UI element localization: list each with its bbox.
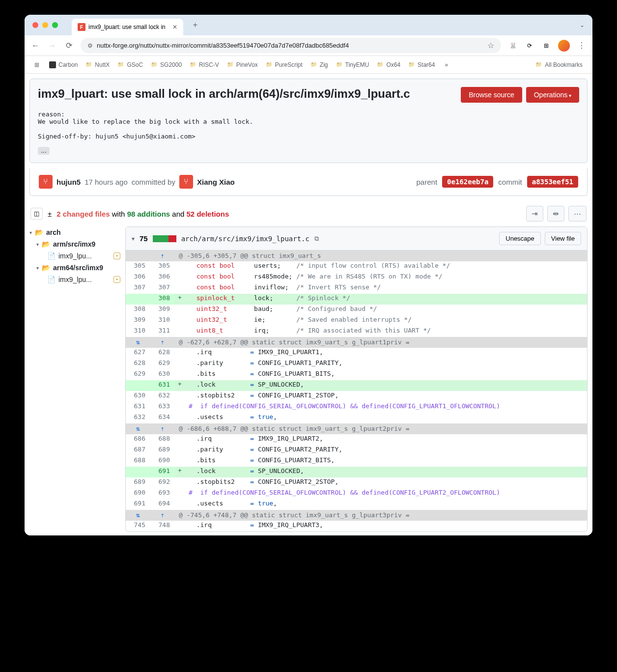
- menu-icon[interactable]: ⋮: [577, 41, 587, 50]
- line-num-new[interactable]: 308: [150, 294, 175, 305]
- bookmark-item[interactable]: Star64: [404, 59, 439, 70]
- reload-button[interactable]: ⟳: [64, 41, 74, 50]
- bookmark-item[interactable]: Carbon: [45, 59, 82, 70]
- line-num-old[interactable]: [126, 294, 150, 305]
- line-num-old[interactable]: 310: [126, 326, 150, 337]
- profile-avatar[interactable]: [558, 40, 570, 52]
- line-num-old[interactable]: 688: [126, 456, 150, 467]
- line-num-new[interactable]: 309: [150, 305, 175, 315]
- unescape-button[interactable]: Unescape: [499, 232, 541, 245]
- expand-message-button[interactable]: …: [38, 147, 50, 155]
- browse-source-button[interactable]: Browse source: [461, 87, 522, 103]
- copy-path-icon[interactable]: ⧉: [314, 235, 319, 243]
- chevron-down-icon[interactable]: ▾: [132, 235, 135, 242]
- tree-folder-arm64[interactable]: ▾ 📂 arm64/src/imx9: [29, 262, 120, 274]
- expand-up-icon[interactable]: ⇡: [150, 423, 175, 434]
- line-num-old[interactable]: 686: [126, 434, 150, 445]
- line-num-old[interactable]: 690: [126, 488, 150, 499]
- expand-up-icon[interactable]: ⇡: [150, 337, 175, 348]
- line-num-old[interactable]: 630: [126, 391, 150, 402]
- operations-button[interactable]: Operations: [526, 87, 579, 103]
- line-num-new[interactable]: 310: [150, 315, 175, 326]
- collapse-sidebar-icon[interactable]: ◫: [30, 208, 43, 220]
- more-options-button[interactable]: ⋯: [568, 206, 587, 222]
- bookmark-item[interactable]: PureScript: [262, 59, 307, 70]
- expand-icon[interactable]: ⇅: [126, 423, 150, 434]
- tree-file-arm64[interactable]: 📄 imx9_lpu... •: [29, 274, 120, 285]
- file-path[interactable]: arch/arm/src/imx9/imx9_lpuart.c: [181, 235, 309, 243]
- chevron-down-icon[interactable]: ⌄: [580, 22, 585, 28]
- line-num-new[interactable]: 748: [150, 521, 175, 532]
- split-view-button[interactable]: ⇹: [547, 206, 564, 222]
- expand-up-icon[interactable]: ⇡: [150, 510, 175, 521]
- line-num-old[interactable]: 307: [126, 283, 150, 294]
- forward-button[interactable]: →: [47, 41, 57, 50]
- line-num-old[interactable]: 631: [126, 402, 150, 413]
- bookmark-item[interactable]: PineVox: [223, 59, 262, 70]
- changed-files-link[interactable]: 2 changed files: [56, 210, 110, 218]
- line-num-new[interactable]: 311: [150, 326, 175, 337]
- line-num-new[interactable]: 694: [150, 499, 175, 510]
- line-num-new[interactable]: 688: [150, 434, 175, 445]
- line-num-old[interactable]: 309: [126, 315, 150, 326]
- committer-avatar[interactable]: ⑂: [179, 175, 193, 189]
- expand-up-icon[interactable]: ⇡: [150, 251, 175, 261]
- line-num-old[interactable]: 308: [126, 305, 150, 315]
- line-num-old[interactable]: 745: [126, 521, 150, 532]
- back-button[interactable]: ←: [30, 41, 40, 50]
- bookmarks-overflow[interactable]: »: [441, 61, 452, 68]
- bookmark-item[interactable]: Zig: [307, 59, 332, 70]
- line-num-new[interactable]: 306: [150, 272, 175, 283]
- view-file-button[interactable]: View file: [545, 232, 581, 245]
- extensions-menu-icon[interactable]: ⊞: [541, 41, 551, 51]
- bookmark-item[interactable]: RISC-V: [186, 59, 223, 70]
- committer-name[interactable]: Xiang Xiao: [197, 178, 235, 186]
- line-num-old[interactable]: 691: [126, 499, 150, 510]
- new-tab-button[interactable]: +: [193, 21, 197, 29]
- line-num-new[interactable]: 689: [150, 445, 175, 456]
- line-num-new[interactable]: 632: [150, 391, 175, 402]
- tree-folder-arch[interactable]: ▾ 📂 arch: [29, 226, 120, 238]
- line-num-new[interactable]: 633: [150, 402, 175, 413]
- commit-sha[interactable]: a8353eef51: [527, 176, 578, 188]
- tree-folder-arm[interactable]: ▾ 📂 arm/src/imx9: [29, 238, 120, 250]
- maximize-window-icon[interactable]: [52, 22, 58, 28]
- url-bar[interactable]: ⚙ nuttx-forge.org/nuttx/nuttx-mirror/com…: [81, 38, 501, 53]
- line-num-new[interactable]: 629: [150, 359, 175, 369]
- line-num-new[interactable]: 305: [150, 261, 175, 272]
- line-num-new[interactable]: 691: [150, 467, 175, 477]
- line-num-new[interactable]: 690: [150, 456, 175, 467]
- line-num-new[interactable]: 628: [150, 348, 175, 359]
- close-window-icon[interactable]: [32, 22, 38, 28]
- line-num-old[interactable]: 628: [126, 359, 150, 369]
- line-num-new[interactable]: 631: [150, 380, 175, 391]
- line-num-old[interactable]: [126, 380, 150, 391]
- expand-icon[interactable]: ⇅: [126, 337, 150, 348]
- line-num-new[interactable]: 634: [150, 413, 175, 423]
- line-num-new[interactable]: 307: [150, 283, 175, 294]
- expand-icon[interactable]: [126, 251, 150, 261]
- browser-tab[interactable]: F imx9_lpuart: use small lock in ✕: [72, 19, 183, 35]
- expand-icon[interactable]: ⇅: [126, 510, 150, 521]
- bookmark-star-icon[interactable]: ☆: [487, 41, 494, 50]
- line-num-new[interactable]: 693: [150, 488, 175, 499]
- all-bookmarks-folder[interactable]: All Bookmarks: [532, 59, 587, 70]
- site-settings-icon[interactable]: ⚙: [87, 42, 93, 49]
- minimize-window-icon[interactable]: [42, 22, 48, 28]
- line-num-new[interactable]: 630: [150, 369, 175, 380]
- line-num-new[interactable]: 692: [150, 477, 175, 488]
- line-num-old[interactable]: 305: [126, 261, 150, 272]
- parent-sha[interactable]: 0e162eeb7a: [442, 176, 493, 188]
- whitespace-button[interactable]: ⇥: [526, 206, 543, 222]
- line-num-old[interactable]: 306: [126, 272, 150, 283]
- line-num-old[interactable]: 687: [126, 445, 150, 456]
- bookmark-item[interactable]: Ox64: [373, 59, 404, 70]
- bookmark-item[interactable]: NuttX: [82, 59, 113, 70]
- extension-refresh-icon[interactable]: ⟳: [525, 41, 534, 51]
- bookmark-item[interactable]: TinyEMU: [332, 59, 373, 70]
- line-num-old[interactable]: 627: [126, 348, 150, 359]
- line-num-old[interactable]: 689: [126, 477, 150, 488]
- line-num-old[interactable]: 632: [126, 413, 150, 423]
- tree-file-arm[interactable]: 📄 imx9_lpu... •: [29, 250, 120, 262]
- apps-icon[interactable]: ⊞: [30, 59, 43, 70]
